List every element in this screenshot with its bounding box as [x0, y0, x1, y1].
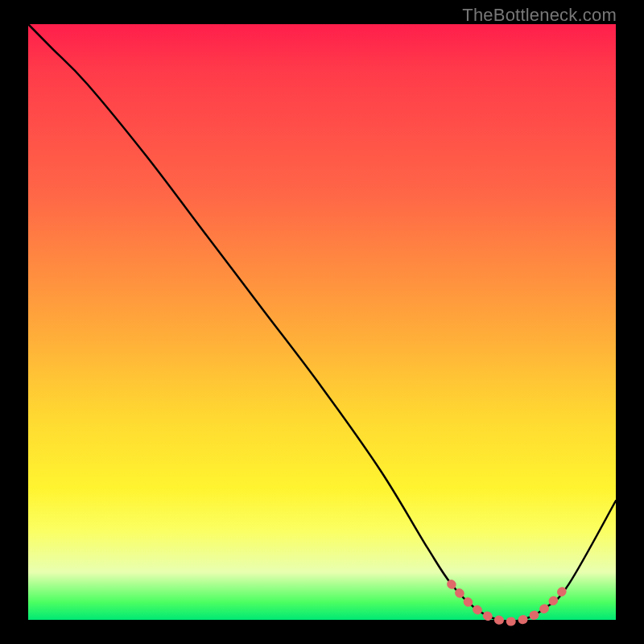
bottleneck-curve [28, 24, 616, 621]
curve-svg [28, 24, 616, 620]
optimal-zone-marker [452, 584, 569, 621]
plot-area [28, 24, 616, 620]
chart-frame: TheBottleneck.com [0, 0, 644, 644]
attribution-text: TheBottleneck.com [462, 5, 617, 26]
